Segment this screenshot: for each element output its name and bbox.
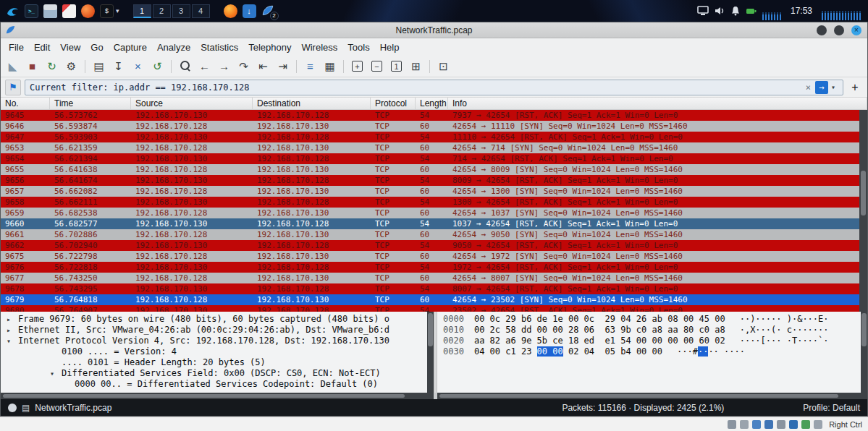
- hex-scrollbar-vertical[interactable]: [861, 312, 867, 393]
- vm-shared-folders-icon[interactable]: [789, 420, 798, 429]
- expander-icon[interactable]: ▸: [7, 325, 18, 336]
- detail-line[interactable]: ▾Differentiated Services Field: 0x00 (DS…: [1, 368, 434, 379]
- packet-row[interactable]: 965556.641638192.168.170.128192.168.170.…: [1, 164, 867, 175]
- vm-optical-icon[interactable]: [740, 420, 749, 429]
- capture-comment-icon[interactable]: ▤: [22, 403, 30, 413]
- zoom-reset-icon[interactable]: 1: [387, 58, 405, 75]
- display-icon[interactable]: [697, 6, 709, 16]
- file-manager-icon[interactable]: [43, 4, 57, 18]
- menu-help[interactable]: Help: [375, 40, 405, 55]
- go-to-packet-icon[interactable]: ↷: [235, 58, 253, 75]
- scrollbar-thumb[interactable]: [861, 171, 866, 216]
- terminal-icon[interactable]: [25, 4, 38, 18]
- column-header-info[interactable]: Info: [448, 98, 867, 109]
- browser-ball-icon[interactable]: [81, 4, 95, 18]
- resize-columns-icon[interactable]: ⊞: [407, 58, 425, 75]
- vm-usb-icon[interactable]: [777, 420, 785, 429]
- notifications-icon[interactable]: [730, 6, 741, 16]
- go-first-icon[interactable]: ⇤: [254, 58, 272, 75]
- capture-options-icon[interactable]: ⚙: [62, 58, 80, 75]
- hex-scrollbar-horizontal[interactable]: [437, 393, 867, 399]
- menu-go[interactable]: Go: [85, 40, 108, 55]
- close-file-icon[interactable]: ×: [129, 58, 147, 75]
- wireshark-taskbar-icon[interactable]: 2: [261, 4, 275, 18]
- stop-capture-icon[interactable]: ■: [23, 58, 41, 75]
- packet-row[interactable]: 967756.743250192.168.170.128192.168.170.…: [1, 273, 867, 283]
- packet-row[interactable]: 967556.722798192.168.170.128192.168.170.…: [1, 251, 867, 262]
- packet-row[interactable]: 965656.641674192.168.170.130192.168.170.…: [1, 175, 867, 186]
- packet-row[interactable]: 968056.764907192.168.170.130192.168.170.…: [1, 305, 867, 312]
- menu-wireless[interactable]: Wireless: [296, 40, 342, 55]
- filter-dropdown-icon[interactable]: ▾: [828, 83, 838, 91]
- menu-view[interactable]: View: [55, 40, 85, 55]
- hex-line[interactable]: 0020aa 82 a6 9e 5b ce 18 ed e1 54 00 00 …: [443, 336, 867, 346]
- detail-line[interactable]: ▾Internet Protocol Version 4, Src: 192.1…: [1, 336, 434, 346]
- packet-row[interactable]: 967956.764818192.168.170.128192.168.170.…: [1, 294, 867, 305]
- find-packet-icon[interactable]: [176, 58, 194, 75]
- packet-list-scrollbar[interactable]: [859, 110, 867, 312]
- auto-scroll-icon[interactable]: ≡: [301, 58, 319, 75]
- hex-line[interactable]: 003004 00 c1 23 00 00 02 04 05 b4 00 00·…: [443, 346, 867, 357]
- reload-file-icon[interactable]: ↺: [148, 58, 167, 75]
- zoom-in-icon[interactable]: +: [348, 58, 366, 75]
- detail-line[interactable]: 0000 00.. = Differentiated Services Code…: [1, 379, 434, 390]
- filter-bookmark-icon[interactable]: ⚑: [5, 80, 21, 95]
- volume-icon[interactable]: [714, 6, 725, 16]
- clock[interactable]: 17:53: [791, 6, 812, 16]
- start-capture-icon[interactable]: ◣: [4, 58, 22, 75]
- expander-icon[interactable]: ▸: [7, 314, 18, 325]
- maximize-button[interactable]: [834, 25, 844, 35]
- detail-line[interactable]: .... 0101 = Header Length: 20 bytes (5): [1, 357, 434, 368]
- filter-clear-icon[interactable]: ×: [801, 82, 815, 93]
- filter-apply-icon[interactable]: →: [815, 81, 828, 94]
- status-profile[interactable]: Profile: Default: [803, 403, 860, 413]
- display-filters-icon[interactable]: ⊡: [434, 58, 452, 75]
- launcher-dropdown-icon[interactable]: ▾: [116, 7, 119, 14]
- open-file-icon[interactable]: ▤: [90, 58, 108, 75]
- close-button[interactable]: ×: [851, 25, 861, 35]
- kali-menu-icon[interactable]: [6, 4, 20, 18]
- scrollbar-thumb[interactable]: [3, 394, 405, 398]
- filter-input[interactable]: Current filter: ip.addr == 192.168.170.1…: [25, 80, 843, 95]
- title-bar[interactable]: NetworkTraffic.pcap ×: [1, 22, 867, 38]
- column-header-no[interactable]: No.: [1, 98, 50, 109]
- firefox-icon[interactable]: [224, 4, 237, 18]
- downloads-icon[interactable]: [243, 4, 256, 18]
- menu-telephony[interactable]: Telephony: [243, 40, 296, 55]
- go-forward-icon[interactable]: →: [215, 58, 233, 75]
- packet-row[interactable]: 965856.662111192.168.170.130192.168.170.…: [1, 197, 867, 208]
- details-scrollbar-horizontal[interactable]: [1, 393, 434, 399]
- text-editor-icon[interactable]: [62, 4, 76, 18]
- packet-row[interactable]: 965956.682538192.168.170.128192.168.170.…: [1, 208, 867, 218]
- vm-hdd-icon[interactable]: [728, 420, 736, 429]
- vm-audio-icon[interactable]: [752, 420, 761, 429]
- menu-statistics[interactable]: Statistics: [195, 40, 243, 55]
- packet-row[interactable]: 966056.682577192.168.170.130192.168.170.…: [1, 218, 867, 229]
- details-scrollbar-vertical[interactable]: [427, 312, 434, 393]
- workspace-3[interactable]: 3: [172, 4, 190, 18]
- workspace-4[interactable]: 4: [192, 4, 210, 18]
- workspace-2[interactable]: 2: [153, 4, 171, 18]
- expander-icon[interactable]: ▾: [50, 368, 62, 379]
- minimize-button[interactable]: [817, 25, 827, 35]
- packet-row[interactable]: 967656.722818192.168.170.130192.168.170.…: [1, 262, 867, 273]
- colorize-icon[interactable]: ▦: [321, 58, 339, 75]
- menu-tools[interactable]: Tools: [342, 40, 374, 55]
- scrollbar-thumb[interactable]: [428, 313, 433, 346]
- scrollbar-thumb[interactable]: [861, 313, 867, 346]
- packet-row[interactable]: 965356.621359192.168.170.128192.168.170.…: [1, 142, 867, 153]
- packet-row[interactable]: 964656.593874192.168.170.128192.168.170.…: [1, 121, 867, 132]
- menu-analyze[interactable]: Analyze: [152, 40, 195, 55]
- expert-info-icon[interactable]: [8, 404, 17, 412]
- detail-line[interactable]: 0100 .... = Version: 4: [1, 346, 434, 357]
- zoom-out-icon[interactable]: −: [368, 58, 386, 75]
- packet-row[interactable]: 964756.593903192.168.170.130192.168.170.…: [1, 132, 867, 142]
- column-header-dst[interactable]: Destination: [253, 98, 371, 109]
- detail-line[interactable]: ▸Frame 9679: 60 bytes on wire (480 bits)…: [1, 314, 434, 325]
- vm-network-icon[interactable]: [764, 420, 773, 429]
- hex-line[interactable]: 000000 0c 29 b6 de 1e 00 0c 29 04 26 ab …: [443, 314, 867, 325]
- go-last-icon[interactable]: ⇥: [274, 58, 292, 75]
- battery-icon[interactable]: [746, 6, 757, 16]
- column-header-time[interactable]: Time: [50, 98, 131, 109]
- menu-edit[interactable]: Edit: [29, 40, 55, 55]
